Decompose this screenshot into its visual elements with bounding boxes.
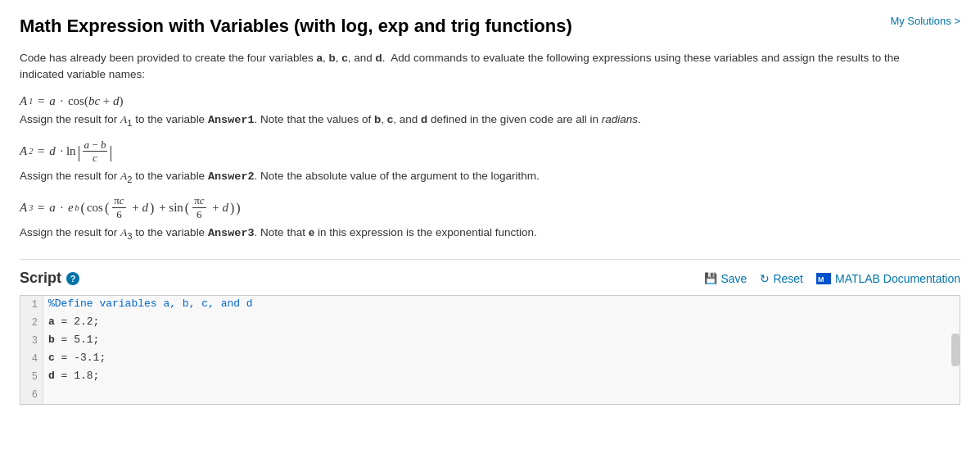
line-number-6: 6 [20,386,43,404]
code-line-6: 6 [20,386,960,404]
main-container: Math Expression with Variables (with log… [0,0,980,405]
expression-3: A3 = a · eb ( cos ( πc 6 + d ) + sin ( π… [20,194,960,220]
reset-icon: ↻ [760,272,770,285]
code-editor[interactable]: 1 %Define variables a, b, c, and d 2 a =… [20,295,960,405]
code-line-5: 5 d = 1.8; [20,368,960,386]
formula-3: A3 = a · eb ( cos ( πc 6 + d ) + sin ( π… [20,194,960,220]
header-row: Math Expression with Variables (with log… [20,15,960,39]
line-number-2: 2 [20,314,43,332]
line-content-6 [43,386,960,404]
code-line-2: 2 a = 2.2; [20,314,960,332]
assign-text-1: Assign the result for A1 to the variable… [20,111,960,130]
reset-button[interactable]: ↻ Reset [760,272,803,285]
expression-2: A2 = d · ln | a − b c | [20,138,960,165]
matlab-doc-button[interactable]: M MATLAB Documentation [816,272,960,285]
formula-1: A1 = a · cos(bc + d) [20,94,960,108]
scroll-indicator[interactable] [951,334,960,366]
code-line-3: 3 b = 5.1; [20,332,960,350]
line-number-1: 1 [20,296,43,314]
my-solutions-link[interactable]: My Solutions > [890,15,960,27]
line-content-2: a = 2.2; [43,314,960,332]
page-title: Math Expression with Variables (with log… [20,15,572,39]
line-content-3: b = 5.1; [43,332,960,350]
script-header: Script ? 💾 Save ↻ Reset M [20,270,960,287]
help-icon[interactable]: ? [66,272,79,285]
assign-text-2: Assign the result for A2 to the variable… [20,168,960,187]
matlab-doc-label: MATLAB Documentation [835,272,960,285]
reset-label: Reset [773,272,803,285]
description-text: Code has already been provided to create… [20,50,920,84]
assign-text-3: Assign the result for A3 to the variable… [20,225,960,243]
script-actions: 💾 Save ↻ Reset M MATLAB Documentation [704,272,960,285]
formula-2: A2 = d · ln | a − b c | [20,138,960,165]
svg-text:M: M [818,275,824,284]
script-section: Script ? 💾 Save ↻ Reset M [20,259,960,405]
save-button[interactable]: 💾 Save [704,272,747,285]
script-title-row: Script ? [20,270,79,287]
save-label: Save [720,272,747,285]
save-icon: 💾 [704,272,717,284]
script-title: Script [20,270,61,287]
line-content-4: c = -3.1; [43,350,960,368]
code-line-4: 4 c = -3.1; [20,350,960,368]
line-number-4: 4 [20,350,43,368]
matlab-doc-icon: M [816,273,831,284]
line-number-5: 5 [20,368,43,386]
expression-1: A1 = a · cos(bc + d) [20,94,960,108]
line-number-3: 3 [20,332,43,350]
code-line-1: 1 %Define variables a, b, c, and d [20,296,960,314]
line-content-1: %Define variables a, b, c, and d [43,296,960,314]
line-content-5: d = 1.8; [43,368,960,386]
